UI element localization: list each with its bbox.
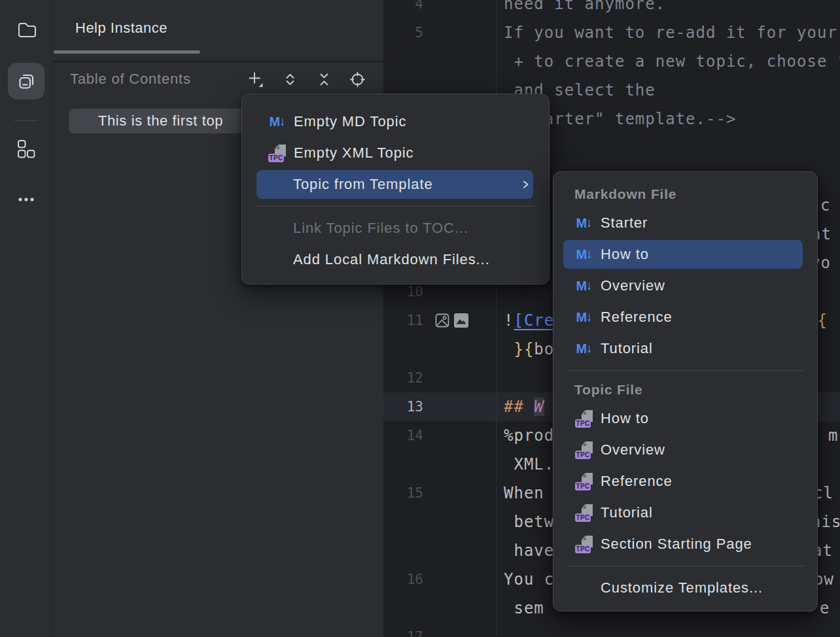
submenu-item-tutorial-md[interactable]: M↓ Tutorial [553,333,817,364]
toc-section-title: Table of Contents [70,71,191,88]
header-divider [52,61,383,62]
line-number: 12 [383,364,423,392]
submenu-item-customize-templates[interactable]: Customize Templates... [553,572,817,604]
expand-all-icon [281,71,299,88]
code-text: If you want to re-add it for your [504,18,837,47]
menu-item-empty-xml-topic[interactable]: TPC Empty XML Topic [242,137,549,169]
code-text: sem [504,594,544,623]
toc-tool-window-button[interactable] [8,63,44,99]
markdown-file-icon: M↓ [268,114,287,129]
code-text: need it anymore. [504,0,665,18]
submenu-item-reference-topic[interactable]: TPC Reference [553,466,817,497]
code-text: }{bo [504,335,554,364]
code-text: c [820,191,830,220]
markdown-file-icon: M↓ [575,216,593,231]
more-dots-icon [15,189,37,210]
code-text: ## W [504,392,544,421]
submenu-selection-highlight [563,240,803,269]
more-tool-windows-button[interactable] [8,181,44,218]
code-text: + to create a new topic, choose " [504,47,840,76]
code-text: When [504,479,554,508]
line-number: 15 [383,479,423,508]
tool-window-stripe [0,0,52,637]
topic-from-template-submenu: Markdown File M↓ Starter M↓ How to M↓ Ov… [553,171,818,611]
plus-dropdown-icon [246,70,264,88]
code-text: betw [504,508,554,536]
topic-file-icon: TPC [575,409,593,428]
code-text: ![Cre [504,306,554,335]
project-folder-button[interactable] [8,11,44,48]
add-topic-button[interactable] [245,69,266,90]
active-tab-underline [54,50,200,54]
collapse-all-icon [315,71,333,88]
toc-tree-item-label: This is the first top [98,112,223,129]
collapse-all-button[interactable] [313,69,334,90]
locate-file-button[interactable] [347,69,368,90]
submenu-item-how-to-topic[interactable]: TPC How to [553,403,817,434]
menu-item-topic-from-template[interactable]: Topic from Template [242,169,549,200]
submenu-header-markdown-file: Markdown File [553,181,817,207]
gutter-image-preview-icons[interactable] [434,313,468,328]
code-text: e [820,594,830,623]
panel-title-tab[interactable]: Help Instance [75,20,167,37]
topic-file-icon: TPC [575,441,593,459]
editor-line-4[interactable]: 4need it anymore. [383,0,840,18]
image-filled-icon [454,313,468,328]
line-number: 16 [383,565,423,594]
submenu-item-overview-topic[interactable]: TPC Overview [553,434,817,466]
markdown-file-icon: M↓ [575,341,593,356]
expand-all-button[interactable] [279,69,300,90]
structure-button[interactable] [8,131,44,167]
submenu-item-reference-md[interactable]: M↓ Reference [553,301,817,333]
submenu-item-starter[interactable]: M↓ Starter [553,207,817,239]
structure-icon [16,139,36,159]
chevron-right-icon [520,179,531,190]
editor-line-17[interactable]: 17 [383,623,840,637]
markdown-file-icon: M↓ [575,247,593,262]
add-topic-menu: M↓ Empty MD Topic TPC Empty XML Topic To… [241,94,550,284]
line-number: 4 [383,0,423,18]
menu-separator [256,206,534,207]
submenu-item-how-to-md[interactable]: M↓ How to [553,239,817,270]
submenu-item-tutorial-topic[interactable]: TPC Tutorial [553,497,817,528]
submenu-separator [567,566,804,566]
topic-file-icon: TPC [575,535,593,553]
markdown-file-icon: M↓ [575,279,593,294]
topic-file-icon: TPC [575,504,593,522]
editor-line-wrap[interactable]: + to create a new topic, choose " [383,47,840,76]
code-text: You c [504,565,554,594]
crosshair-icon [349,71,366,88]
copies-icon [16,71,37,92]
code-text: m [828,421,838,450]
code-text: XML. [504,450,554,479]
topic-file-icon: TPC [268,144,287,162]
editor-line-5[interactable]: 5If you want to re-add it for your [383,18,840,47]
line-number: 11 [383,306,423,335]
image-outline-icon [434,313,450,328]
stripe-divider [14,120,38,121]
submenu-separator [567,370,804,371]
folder-icon [16,19,37,40]
submenu-item-section-starting-page[interactable]: TPC Section Starting Page [553,528,817,560]
submenu-header-topic-file: Topic File [553,377,817,403]
markdown-file-icon: M↓ [575,310,593,325]
code-text: %prod [504,421,554,450]
menu-item-add-local-markdown[interactable]: Add Local Markdown Files... [242,244,549,275]
topic-file-icon: TPC [575,472,593,491]
line-number: 5 [383,18,423,47]
menu-item-link-topic-files[interactable]: Link Topic Files to TOC... [242,213,549,244]
line-number: 17 [383,623,423,637]
line-number: 13 [383,392,423,421]
code-text: have [504,536,554,565]
menu-item-empty-md-topic[interactable]: M↓ Empty MD Topic [242,106,549,137]
submenu-item-overview-md[interactable]: M↓ Overview [553,270,817,301]
line-number: 14 [383,421,423,450]
